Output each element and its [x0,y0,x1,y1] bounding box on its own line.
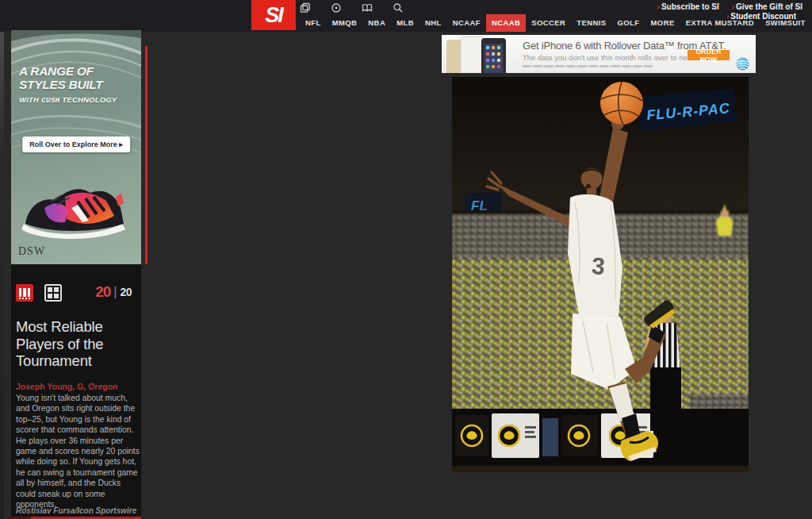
slide-description: Young isn't talked about much, and Orego… [16,393,140,509]
ad-headline: A RANGE OF STYLES BUILT WITH CUSH TECHNO… [19,65,117,108]
nav-item-nba[interactable]: NBA [362,14,391,32]
basketball [600,82,643,125]
nav-item-more[interactable]: MORE [645,14,680,32]
photos-icon[interactable] [300,2,311,13]
nav-item-ncaaf[interactable]: NCAAF [447,14,486,32]
gallery-photo-joseph-young-dunk[interactable]: FLU-R-PAC FL [452,77,749,472]
top-navigation-bar: SI NFL MMQB NBA MLB NHL NCAAF NCAAB [0,0,812,32]
nav-item-mlb[interactable]: MLB [391,14,419,32]
order-now-button[interactable]: ORDER NOW [688,50,730,60]
book-icon[interactable] [362,2,373,13]
disc-icon[interactable] [331,2,342,13]
gift-link[interactable]: ›Give the Gift of SI [732,2,802,11]
nav-item-golf[interactable]: GOLF [612,14,645,32]
si-logo[interactable]: SI [251,0,296,30]
red-caret-icon: › [726,12,729,21]
student-discount-link[interactable]: ›Student Discount [726,12,796,21]
counter-divider: | [113,284,117,300]
sneaker-image [16,171,136,247]
nav-item-soccer[interactable]: SOCCER [526,14,571,32]
svg-text:3: 3 [591,252,606,279]
att-banner-ad[interactable]: Get iPhone 6 with Rollover Data™ from AT… [442,35,756,73]
top-right-links: ›Subscribe to SI ›Give the Gift of SI [657,2,802,11]
ad-rollover-button[interactable]: Roll Over to Explore More ▸ [22,136,130,152]
nav-item-nfl[interactable]: NFL [300,14,327,32]
nav-item-ncaab-active[interactable]: NCAAB [486,14,526,32]
si-logo-text: SI [265,3,282,28]
gallery-view-controls: 20 | 20 [16,284,136,303]
grid-view-icon[interactable] [44,284,62,302]
ad-scrollbar[interactable] [145,46,147,264]
search-icon[interactable] [393,2,404,13]
nav-item-nhl[interactable]: NHL [419,14,447,32]
counter-current: 20 [95,284,110,300]
banner-fine-print [523,65,653,67]
gallery-sidebar: A RANGE OF STYLES BUILT WITH CUSH TECHNO… [11,30,141,519]
dsw-sidebar-ad[interactable]: A RANGE OF STYLES BUILT WITH CUSH TECHNO… [11,30,141,264]
subscribe-link[interactable]: ›Subscribe to SI [657,2,719,11]
nav-item-tennis[interactable]: TENNIS [571,14,611,32]
utility-icon-row [300,2,404,13]
gallery-title: Most Reliable Players of the Tournament [16,318,127,370]
slide-counter: 20 | 20 [95,284,132,301]
photo-credit: Rostislav Fursa/Icon Sportswire [16,506,136,515]
red-caret-icon: › [732,2,734,11]
nav-item-mmqb[interactable]: MMQB [327,14,363,32]
courtside-ad-boards [452,409,749,472]
counter-total: 20 [120,284,132,301]
red-caret-icon: › [657,2,660,11]
dsw-logo: DSW [18,245,45,258]
att-globe-icon [736,57,749,71]
page-left-edge [0,0,4,519]
cush-brand-logo: CUSH [41,96,60,105]
slide-subhead: Joseph Young, G, Oregon [16,382,118,391]
iphone-images [442,35,519,73]
filmstrip-view-icon[interactable] [16,284,33,302]
